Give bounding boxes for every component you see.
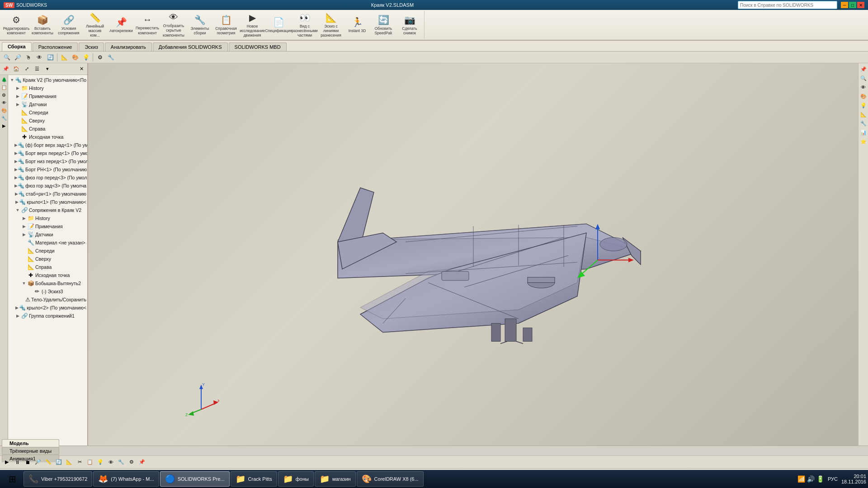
tree-item-10[interactable]: ▶ 🔩 Борт низ перед<1> (По умол	[8, 157, 87, 165]
tree-item-4[interactable]: 📐 Спереди	[8, 108, 87, 117]
left-icon-tree[interactable]: 🌲	[0, 76, 8, 83]
toolbar-btn-4[interactable]: 📌Автокрепежи	[108, 12, 134, 38]
toolbar-btn-9[interactable]: ▶Новое исследование движения	[240, 12, 265, 38]
bottom-tab-1[interactable]: Трёхмерные виды	[2, 447, 59, 455]
toolbar-btn-13[interactable]: 🏃Instant 3D	[344, 12, 370, 38]
sidebar-filter-btn[interactable]: ▾	[42, 65, 52, 74]
tree-item-0[interactable]: ▼ 🔩 Краяк V2 (По умолчанию<По	[8, 76, 87, 84]
tree-item-28[interactable]: ▶ 🔩 крыло<2> (По умолчанию<	[8, 304, 87, 312]
tree-item-25[interactable]: ▼ 📦 Бобышка-Вытянуть2	[8, 279, 87, 287]
tree-item-21[interactable]: 📐 Спереди	[8, 247, 87, 255]
sidebar-pin-btn[interactable]: 📌	[1, 65, 11, 74]
tree-item-29[interactable]: ▶ 🔗 Группа сопряжений1	[8, 312, 87, 320]
sec-btn-8[interactable]: 💡	[81, 52, 91, 62]
taskbar-item-6[interactable]: 🎨CorelDRAW X8 (6...	[357, 471, 424, 487]
right-btn-6[interactable]: 📐	[859, 110, 868, 118]
tree-item-13[interactable]: ▶ 🔩 фюз гор зад<3> (По умолча	[8, 182, 87, 190]
taskbar-item-4[interactable]: 📁фоны	[278, 471, 314, 487]
sec-btn-9[interactable]: ⚙	[95, 52, 105, 62]
taskbar-item-5[interactable]: 📁магазин	[315, 471, 356, 487]
btm-btn-5[interactable]: 📏	[43, 457, 53, 467]
sidebar-expand-btn[interactable]: ⤢	[22, 65, 32, 74]
tree-item-8[interactable]: ▶ 🔩 (ф) борт верх зад<1> (По умо	[8, 141, 87, 149]
toolbar-btn-14[interactable]: 🔄Обновить SpeedPak	[371, 12, 396, 38]
maximize-button[interactable]: □	[849, 2, 856, 8]
btm-btn-2[interactable]: ⏸	[12, 457, 22, 467]
left-icon-appear[interactable]: 🎨	[0, 107, 8, 114]
tree-item-22[interactable]: 📐 Сверху	[8, 255, 87, 263]
tree-item-3[interactable]: ▶ 📡 Датчики	[8, 100, 87, 108]
sidebar-list-btn[interactable]: ☰	[32, 65, 42, 74]
3d-viewport[interactable]: Y X Z	[88, 63, 858, 446]
tab-4[interactable]: Добавления SOLIDWORKS	[153, 42, 228, 51]
taskbar-item-1[interactable]: 🦊(7) WhatsApp - M...	[93, 471, 159, 487]
tree-item-17[interactable]: ▶ 📁 History	[8, 214, 87, 222]
btm-btn-10[interactable]: 💡	[95, 457, 105, 467]
btm-btn-14[interactable]: 📌	[137, 457, 147, 467]
btm-btn-7[interactable]: 📐	[64, 457, 74, 467]
left-icon-custom[interactable]: 🔧	[0, 114, 8, 122]
tab-2[interactable]: Эскиз	[79, 42, 104, 51]
toolbar-btn-7[interactable]: 🔧Элементы сборки	[187, 12, 212, 38]
sec-btn-7[interactable]: 🎨	[70, 52, 80, 62]
tree-item-18[interactable]: ▶ 📝 Примечания	[8, 222, 87, 230]
toolbar-btn-10[interactable]: 📄Спецификация	[266, 12, 291, 38]
tab-3[interactable]: Анализировать	[105, 42, 152, 51]
sec-btn-10[interactable]: 🔧	[106, 52, 116, 62]
bottom-tab-0[interactable]: Модель	[2, 439, 59, 447]
sec-btn-3[interactable]: 🖱	[24, 52, 33, 62]
btm-btn-13[interactable]: ⚙	[127, 457, 137, 467]
tab-5[interactable]: SOLIDWORKS MBD	[229, 42, 287, 51]
tree-item-20[interactable]: 🔧 Материал <не указан>	[8, 239, 87, 247]
taskbar-item-3[interactable]: 📁Crack Pitts	[231, 471, 277, 487]
btm-btn-12[interactable]: 🔧	[116, 457, 126, 467]
tree-item-5[interactable]: 📐 Сверху	[8, 117, 87, 125]
left-icon-prop[interactable]: 📋	[0, 84, 8, 91]
sec-btn-6[interactable]: 📐	[59, 52, 69, 62]
tree-item-2[interactable]: ▶ 📝 Примечания	[8, 92, 87, 100]
tab-0[interactable]: Сборка	[2, 42, 32, 51]
tree-item-26[interactable]: ✏ (-) Эскиз3	[8, 287, 87, 296]
left-icon-display[interactable]: 👁	[0, 99, 8, 106]
toolbar-btn-15[interactable]: 📷Сделать снимок	[397, 12, 422, 38]
btm-btn-6[interactable]: 🔄	[54, 457, 64, 467]
minimize-button[interactable]: ─	[841, 2, 848, 8]
taskbar-item-2[interactable]: 🔵SOLIDWORKS Pre...	[160, 471, 230, 487]
sec-btn-1[interactable]: 🔍	[2, 52, 12, 62]
start-button[interactable]: ⊞	[2, 471, 23, 487]
toolbar-btn-5[interactable]: ↔Переместить компонент	[135, 12, 160, 38]
btm-btn-8[interactable]: ✂	[75, 457, 85, 467]
right-btn-2[interactable]: 🔍	[859, 74, 868, 82]
sec-btn-5[interactable]: 🔄	[45, 52, 55, 62]
tree-item-6[interactable]: 📐 Справа	[8, 125, 87, 133]
btm-btn-1[interactable]: ▶	[2, 457, 12, 467]
right-btn-4[interactable]: 🎨	[859, 92, 868, 100]
toolbar-btn-6[interactable]: 👁Отобразить скрытые компоненты	[161, 12, 186, 38]
sidebar-home-btn[interactable]: 🏠	[11, 65, 21, 74]
toolbar-btn-2[interactable]: 🔗Условия сопряжения	[56, 12, 81, 38]
tree-item-23[interactable]: 📐 Справа	[8, 263, 87, 271]
tree-item-1[interactable]: ▶ 📁 History	[8, 84, 87, 92]
taskbar-item-0[interactable]: 📞Viber +79532190672	[24, 471, 92, 487]
left-icon-config[interactable]: ⚙	[0, 91, 8, 99]
toolbar-btn-8[interactable]: 📋Справочная геометрия	[213, 12, 239, 38]
tree-item-14[interactable]: ▶ 🔩 стаб+рк<1> (По умолчанию	[8, 190, 87, 198]
tree-item-19[interactable]: ▶ 📡 Датчики	[8, 230, 87, 239]
tree-item-9[interactable]: ▶ 🔩 Борт верх перед<1> (По умо	[8, 149, 87, 157]
search-input[interactable]	[738, 1, 837, 9]
toolbar-btn-0[interactable]: ⚙Редактировать компонент	[4, 12, 29, 38]
sec-btn-4[interactable]: 👁	[34, 52, 44, 62]
tree-item-24[interactable]: ✚ Исходная точка	[8, 271, 87, 279]
toolbar-btn-11[interactable]: 👀Вид с разнесёнными частями	[292, 12, 317, 38]
right-btn-8[interactable]: 📊	[859, 128, 868, 136]
tree-item-15[interactable]: ▶ 🔩 крыло<1> (По умолчанию<	[8, 198, 87, 206]
tree-item-7[interactable]: ✚ Исходная точка	[8, 133, 87, 141]
right-btn-3[interactable]: 👁	[859, 83, 868, 91]
btm-btn-4[interactable]: 🔎	[33, 457, 43, 467]
btm-btn-11[interactable]: 👁	[106, 457, 116, 467]
close-button[interactable]: ✕	[857, 2, 864, 8]
toolbar-btn-1[interactable]: 📦Вставить компоненты	[30, 12, 55, 38]
tree-item-27[interactable]: ⚠ Тело-Удалить/Сохранить	[8, 296, 87, 304]
btm-btn-3[interactable]: ⏹	[23, 457, 33, 467]
right-btn-7[interactable]: 🔧	[859, 119, 868, 127]
